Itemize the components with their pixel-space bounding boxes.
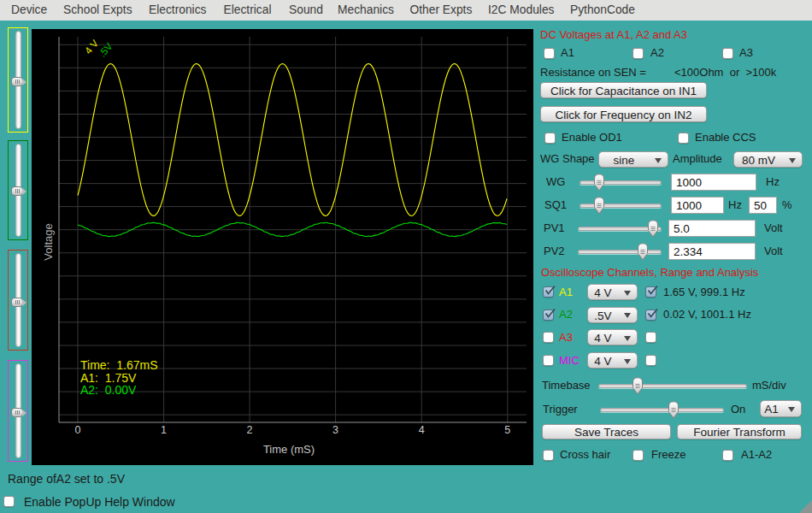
svg-text:Time (mS): Time (mS) — [263, 443, 315, 456]
svg-text:A2: 0.00V: A2: 0.00V — [80, 383, 137, 397]
svg-text:Time: 1.67mS: Time: 1.67mS — [80, 358, 158, 372]
svg-text:5: 5 — [504, 424, 510, 436]
svg-text:1: 1 — [161, 424, 167, 436]
svg-text:Voltage: Voltage — [42, 223, 55, 260]
svg-text:0: 0 — [75, 424, 81, 436]
svg-text:.5V: .5V — [97, 41, 114, 59]
svg-text:3: 3 — [332, 424, 338, 436]
svg-text:2: 2 — [247, 424, 253, 436]
svg-text:4: 4 — [419, 424, 425, 436]
